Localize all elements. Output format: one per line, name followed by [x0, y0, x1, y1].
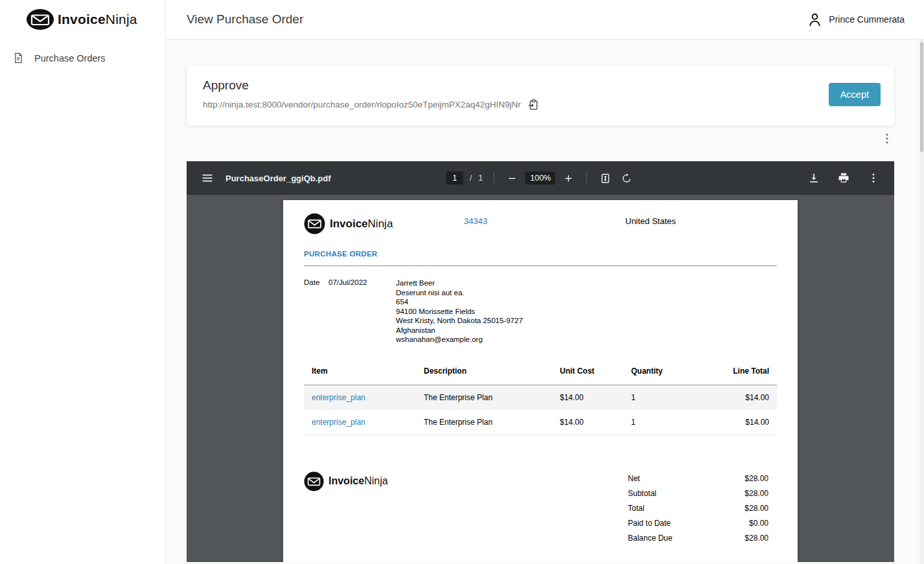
table-header-row: Item Description Unit Cost Quantity Line…	[304, 360, 777, 385]
sidebar: InvoiceNinja Purchase Orders	[0, 0, 166, 564]
summary-line: Net$28.00	[628, 471, 768, 486]
person-icon	[807, 12, 823, 28]
divider-rule	[304, 265, 777, 266]
line-items-table: Item Description Unit Cost Quantity Line…	[304, 360, 777, 435]
summary-line: Total$28.00	[628, 501, 768, 516]
page-number-input[interactable]: 1	[446, 172, 463, 185]
date-label: Date	[304, 278, 329, 344]
page-count: 1	[478, 174, 483, 183]
vendor-email: wshanahan@example.org	[396, 335, 523, 344]
invoiceninja-logo-icon	[304, 213, 325, 234]
user-name: Prince Cummerata	[829, 14, 905, 25]
download-icon[interactable]	[806, 170, 822, 186]
summary-line-balance-due: Balance Due$28.00	[628, 531, 768, 546]
main-content: Approve http://ninja.test:8000/vendor/pu…	[166, 39, 924, 564]
purchase-order-url: http://ninja.test:8000/vendor/purchase_o…	[203, 100, 521, 109]
summary-line: Paid to Date$0.00	[628, 516, 768, 531]
po-number: 34343	[464, 213, 625, 226]
zoom-level[interactable]: 100%	[526, 172, 555, 185]
vendor-name: Jarrett Beer	[396, 278, 523, 288]
table-row: enterprise_plan The Enterprise Plan $14.…	[304, 385, 777, 410]
approve-card: Approve http://ninja.test:8000/vendor/pu…	[187, 65, 894, 126]
top-header: View Purchase Order Prince Cummerata	[166, 0, 924, 39]
user-menu[interactable]: Prince Cummerata	[807, 12, 905, 28]
totals-summary: Net$28.00 Subtotal$28.00 Total$28.00 Pai…	[628, 471, 777, 546]
sidebar-item-purchase-orders[interactable]: Purchase Orders	[0, 45, 165, 71]
item-link[interactable]: enterprise_plan	[312, 418, 365, 427]
fit-page-icon[interactable]	[598, 171, 613, 186]
page-title: View Purchase Order	[187, 12, 303, 27]
pdf-toolbar-center: 1 / 1 100%	[446, 161, 634, 195]
overflow-dots-icon[interactable]	[880, 131, 894, 147]
app-logo-text: InvoiceNinja	[58, 12, 137, 27]
pdf-company-logo: InvoiceNinja	[304, 213, 464, 234]
toolbar-divider	[494, 172, 494, 184]
table-row: enterprise_plan The Enterprise Plan $14.…	[304, 410, 777, 435]
app-logo: InvoiceNinja	[0, 0, 165, 38]
window-scrollbar[interactable]	[919, 39, 924, 564]
accept-button[interactable]: Accept	[829, 83, 881, 106]
document-type-label: PURCHASE ORDER	[304, 250, 777, 258]
date-value: 07/Jul/2022	[329, 278, 396, 344]
vendor-address-block: Jarrett Beer Deserunt nisi aut ea. 654 9…	[396, 278, 523, 344]
sidebar-item-label: Purchase Orders	[34, 53, 106, 63]
page-separator: /	[470, 174, 472, 183]
company-country: United States	[625, 213, 676, 226]
item-link[interactable]: enterprise_plan	[312, 393, 365, 402]
toolbar-divider	[586, 172, 587, 184]
print-icon[interactable]	[836, 170, 851, 186]
pdf-toolbar-right	[806, 170, 881, 186]
summary-line: Subtotal$28.00	[628, 486, 768, 501]
invoiceninja-logo-icon	[304, 471, 324, 491]
rotate-icon[interactable]	[619, 171, 634, 186]
approve-title: Approve	[203, 78, 540, 93]
card-overflow-row	[187, 131, 894, 147]
pdf-toolbar: PurchaseOrder_ggiQb.pdf 1 / 1 100%	[187, 161, 894, 195]
pdf-page: InvoiceNinja 34343 United States PURCHAS…	[283, 200, 798, 562]
more-vertical-icon[interactable]	[866, 170, 881, 186]
scrollbar-thumb[interactable]	[920, 42, 923, 152]
zoom-in-icon[interactable]	[562, 172, 575, 185]
zoom-out-icon[interactable]	[505, 172, 519, 185]
pdf-viewer: PurchaseOrder_ggiQb.pdf 1 / 1 100%	[187, 161, 894, 562]
pdf-footer-logo: InvoiceNinja	[304, 471, 388, 491]
document-icon	[12, 52, 25, 64]
pdf-canvas[interactable]: InvoiceNinja 34343 United States PURCHAS…	[187, 195, 894, 562]
invoiceninja-logo-icon	[26, 8, 54, 30]
menu-hamburger-icon[interactable]	[200, 170, 215, 186]
paste-clipboard-icon[interactable]	[527, 98, 540, 111]
pdf-filename: PurchaseOrder_ggiQb.pdf	[225, 174, 331, 183]
approve-card-body: Approve http://ninja.test:8000/vendor/pu…	[203, 78, 540, 111]
